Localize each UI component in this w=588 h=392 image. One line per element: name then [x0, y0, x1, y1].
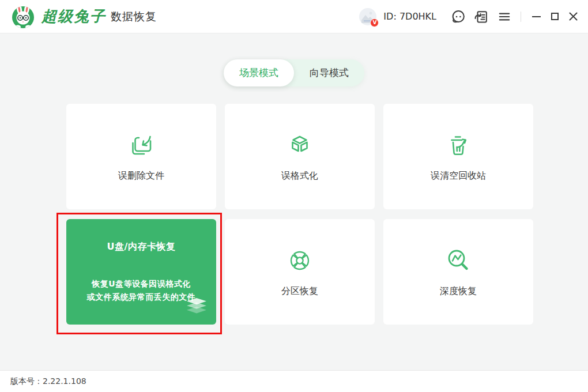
card-deep-recovery[interactable]: 深度恢复	[383, 219, 533, 325]
version-label: 版本号：2.22.1.108	[10, 376, 86, 387]
card-label: 深度恢复	[440, 285, 477, 297]
partition-icon	[286, 246, 314, 275]
card-deleted-files[interactable]: 误删除文件	[66, 104, 216, 209]
card-label: 误清空回收站	[431, 170, 486, 182]
restore-file-icon	[127, 131, 155, 160]
title-bar: 超级兔子 数据恢复 V ID: 7D0HKL	[0, 0, 588, 33]
card-label: 误格式化	[281, 170, 318, 182]
card-formatted[interactable]: 误格式化	[225, 104, 375, 209]
brand-subtitle: 数据恢复	[111, 9, 157, 24]
recovery-card-grid: 误删除文件 误格式化	[66, 104, 533, 325]
card-label: 分区恢复	[281, 285, 318, 297]
title-bar-right: V ID: 7D0HKL	[359, 8, 581, 25]
tab-wizard-mode[interactable]: 向导模式	[294, 59, 364, 86]
brand-title: 超级兔子	[42, 6, 106, 27]
card-usb-memory-card-recovery[interactable]: U盘/内存卡恢复 恢复U盘等设备因误格式化 或文件系统异常而丢失的文件	[66, 219, 216, 325]
card-emptied-recycle-bin[interactable]: 误清空回收站	[383, 104, 533, 209]
cube-icon	[286, 131, 314, 160]
card-label: 误删除文件	[118, 170, 164, 182]
hamburger-menu-icon[interactable]	[496, 9, 512, 25]
card-title: U盘/内存卡恢复	[66, 241, 216, 253]
minimize-icon[interactable]	[528, 9, 544, 25]
avatar[interactable]: V	[359, 8, 376, 25]
main-area: 场景模式 向导模式 误删除文件	[0, 33, 588, 370]
app-window: 超级兔子 数据恢复 V ID: 7D0HKL	[0, 0, 588, 392]
layers-icon	[184, 297, 209, 319]
rabbit-logo-icon	[10, 4, 36, 29]
mode-switch: 场景模式 向导模式	[224, 59, 364, 86]
verified-badge: V	[370, 18, 379, 27]
tab-scene-mode[interactable]: 场景模式	[224, 59, 294, 86]
customer-service-icon[interactable]	[450, 9, 466, 25]
deep-search-icon	[444, 246, 472, 275]
close-icon[interactable]	[565, 9, 581, 25]
trash-restore-icon	[444, 131, 472, 160]
status-bar: 版本号：2.22.1.108	[0, 370, 588, 392]
feedback-icon[interactable]	[473, 9, 489, 25]
titlebar-divider	[521, 12, 521, 22]
card-description-line1: 恢复U盘等设备因误格式化	[66, 277, 216, 291]
maximize-icon[interactable]	[546, 9, 563, 25]
card-partition-recovery[interactable]: 分区恢复	[225, 219, 375, 325]
user-id-label: ID: 7D0HKL	[383, 11, 436, 22]
